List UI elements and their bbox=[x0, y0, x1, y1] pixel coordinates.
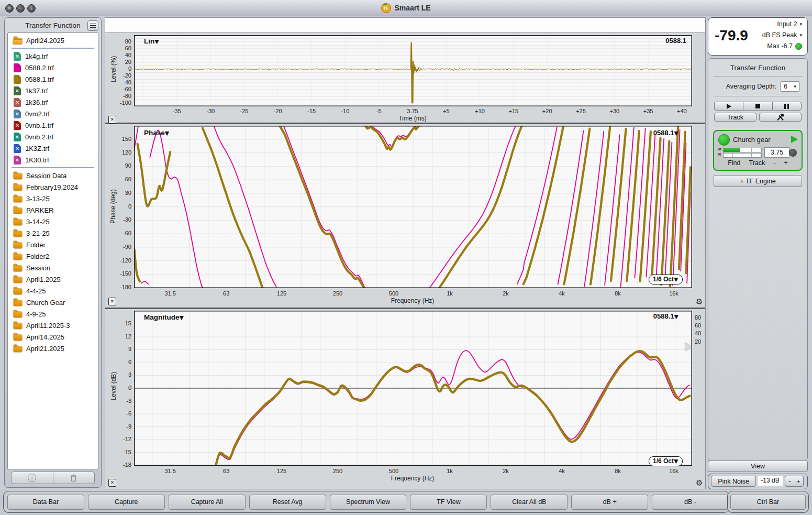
delete-button[interactable] bbox=[53, 472, 95, 484]
sidebar-folder-April142025[interactable]: April14.2025 bbox=[8, 331, 98, 343]
axis-tick: -15 bbox=[114, 449, 131, 455]
meter-max-readout: Max -6.7 bbox=[767, 42, 802, 50]
sidebar-folder-Folder[interactable]: Folder bbox=[8, 239, 98, 250]
delay-minus-button[interactable]: - bbox=[773, 159, 775, 167]
phase-settings-gear-icon[interactable]: ⚙ bbox=[696, 297, 703, 306]
sidebar-file-0vnb1trf[interactable]: ✕0vnb.1.trf bbox=[8, 119, 98, 131]
sidebar-file-1k37trf[interactable]: ✕1k37.trf bbox=[8, 85, 98, 96]
sidebar-folder-April212025[interactable]: April21.2025 bbox=[8, 343, 98, 354]
close-phase-plot-button[interactable]: ✕ bbox=[108, 298, 116, 305]
delay-plus-button[interactable]: + bbox=[784, 159, 787, 167]
magnitude-panel[interactable]: Magnitude▼ 0588.1▼ Level (dB) Frequency … bbox=[105, 309, 705, 489]
bottom-button-db-[interactable]: dB + bbox=[571, 495, 648, 510]
tf-engine-church-gear[interactable]: Church gear M R 3.75 Find Track - + bbox=[713, 130, 803, 171]
magnitude-type-dropdown[interactable]: Magnitude▼ bbox=[144, 313, 184, 321]
dropdown-icon: ▼ bbox=[154, 38, 159, 45]
bottom-button-capture[interactable]: Capture bbox=[88, 495, 165, 510]
close-icon: ✕ bbox=[110, 117, 115, 122]
sidebar-folder-April1120253[interactable]: April11.2025-3 bbox=[8, 320, 98, 331]
add-tf-engine-button[interactable]: + TF Engine bbox=[714, 175, 802, 187]
pause-button[interactable] bbox=[772, 102, 802, 111]
axis-tick: 125 bbox=[269, 290, 295, 297]
scale-slider-handle[interactable] bbox=[685, 343, 692, 351]
pink-noise-button[interactable]: Pink Noise bbox=[711, 476, 756, 487]
sidebar-folder-4925[interactable]: 4-9-25 bbox=[8, 308, 98, 320]
item-label: 0vnb.2.trf bbox=[25, 133, 53, 141]
close-impulse-plot-button[interactable]: ✕ bbox=[108, 116, 116, 124]
engine-name: Church gear bbox=[733, 136, 771, 144]
sidebar-folder-Folder2[interactable]: Folder2 bbox=[8, 250, 98, 262]
meter-unit-dropdown[interactable]: dB FS Peak▾ bbox=[762, 31, 802, 39]
magnitude-octave-smoothing-dropdown[interactable]: 1/6 Oct▼ bbox=[649, 456, 683, 466]
item-label: February19.2024 bbox=[26, 183, 78, 191]
impulse-plot[interactable] bbox=[134, 35, 692, 106]
bottom-button-reset-avg[interactable]: Reset Avg bbox=[249, 495, 326, 510]
window-title-text: Smaart LE bbox=[394, 4, 430, 12]
folder-icon bbox=[14, 346, 22, 352]
sidebar-folder-April12025[interactable]: April1.2025 bbox=[8, 273, 98, 285]
view-button[interactable]: View bbox=[708, 461, 808, 472]
magnitude-trace-dropdown[interactable]: 0588.1▼ bbox=[616, 312, 678, 320]
item-label: Session Data bbox=[26, 172, 66, 180]
input-select-dropdown[interactable]: Input 2▾ bbox=[777, 20, 802, 28]
bottom-button-spectrum-view[interactable]: Spectrum View bbox=[330, 495, 407, 510]
stop-button[interactable] bbox=[743, 102, 772, 111]
track-delay-button[interactable]: Track bbox=[749, 159, 765, 167]
axis-tick: -30 bbox=[112, 216, 131, 223]
bottom-button-db-[interactable]: dB - bbox=[652, 495, 729, 510]
lin-type-dropdown[interactable]: Lin▼ bbox=[144, 37, 159, 45]
phase-type-dropdown[interactable]: Phase▼ bbox=[144, 129, 169, 137]
sidebar-folder-Session[interactable]: Session bbox=[8, 262, 98, 273]
averaging-depth-dropdown[interactable]: 6▾ bbox=[780, 81, 800, 92]
magnitude-plot[interactable] bbox=[134, 311, 692, 466]
file-icon: ✕ bbox=[14, 86, 21, 95]
sidebar-folder-32125[interactable]: 3-21-25 bbox=[8, 227, 98, 239]
magnitude-settings-gear-icon[interactable]: ⚙ bbox=[696, 478, 703, 488]
impulse-panel[interactable]: Lin▼ 0588.1 Level (%) Time (ms) ✕ 806040… bbox=[105, 33, 705, 123]
sidebar-folder-ChurchGear[interactable]: Church Gear bbox=[8, 297, 98, 308]
info-button[interactable]: i bbox=[12, 472, 53, 484]
bottom-button-clear-all-db[interactable]: Clear All dB bbox=[491, 495, 568, 510]
phase-plot[interactable] bbox=[134, 126, 692, 288]
axis-tick: +30 bbox=[604, 108, 625, 114]
ctrl-bar-button[interactable]: Ctrl Bar bbox=[730, 495, 806, 510]
delay-time-field[interactable]: 3.75 bbox=[764, 147, 789, 158]
axis-tick: 63 bbox=[213, 468, 239, 474]
item-label: April11.2025-3 bbox=[26, 322, 70, 330]
sidebar-folder-31325[interactable]: 3-13-25 bbox=[8, 193, 98, 204]
sidebar-menu-button[interactable] bbox=[87, 20, 98, 31]
control-column: -79.9 Input 2▾ dB FS Peak▾ Max -6.7 Tran… bbox=[708, 17, 808, 488]
close-magnitude-plot-button[interactable]: ✕ bbox=[108, 479, 116, 487]
dropdown-icon: ▼ bbox=[674, 313, 678, 320]
file-list[interactable]: April24.2025✕1k4g.trf0588.2.trf0588.1.tr… bbox=[7, 32, 98, 469]
sidebar-file-05882trf[interactable]: 0588.2.trf bbox=[8, 62, 98, 73]
sidebar-file-0vnb2trf[interactable]: ✕0vnb.2.trf bbox=[8, 131, 98, 143]
sidebar-folder-4425[interactable]: 4-4-25 bbox=[8, 285, 98, 297]
sidebar-file-1K3Ztrf[interactable]: ✕1K3Z.trf bbox=[8, 143, 98, 154]
sidebar-file-05881trf[interactable]: 0588.1.trf bbox=[8, 73, 98, 85]
sidebar-folder-February192024[interactable]: February19.2024 bbox=[8, 181, 98, 193]
track-button[interactable]: Track bbox=[714, 113, 757, 122]
bottom-button-tf-view[interactable]: TF View bbox=[410, 495, 487, 510]
sidebar-folder-31425[interactable]: 3-14-25 bbox=[8, 216, 98, 227]
item-label: Folder bbox=[26, 241, 46, 249]
sidebar-folder-SessionData[interactable]: Session Data bbox=[8, 170, 98, 181]
phase-panel[interactable]: Phase▼ 0588.1▼ Phase (deg) Frequency (Hz… bbox=[105, 124, 705, 308]
sidebar-file-1k4gtrf[interactable]: ✕1k4g.trf bbox=[8, 50, 98, 62]
play-button[interactable] bbox=[714, 102, 743, 111]
tools-button[interactable] bbox=[759, 113, 802, 122]
axis-tick: 0 bbox=[114, 385, 131, 391]
bottom-button-data-bar[interactable]: Data Bar bbox=[7, 495, 84, 510]
phase-trace-dropdown[interactable]: 0588.1▼ bbox=[616, 129, 678, 137]
axis-tick: -3 bbox=[114, 398, 131, 404]
sidebar-file-1k36trf[interactable]: ✕1k36.trf bbox=[8, 96, 98, 108]
sidebar-file-0vm2trf[interactable]: ✕0vm2.trf bbox=[8, 108, 98, 119]
generator-level-plus-button[interactable]: + bbox=[794, 476, 804, 487]
bottom-button-capture-all[interactable]: Capture All bbox=[169, 495, 246, 510]
sidebar-folder-PARKER[interactable]: PARKER bbox=[8, 204, 98, 216]
find-delay-button[interactable]: Find bbox=[728, 159, 740, 167]
sidebar-item-open-folder[interactable]: April24.2025 bbox=[8, 35, 98, 46]
engine-play-icon[interactable] bbox=[791, 136, 798, 143]
sidebar-file-1K30trf[interactable]: ✕1K30.trf bbox=[8, 154, 98, 166]
phase-octave-smoothing-dropdown[interactable]: 1/6 Oct▼ bbox=[649, 275, 683, 284]
